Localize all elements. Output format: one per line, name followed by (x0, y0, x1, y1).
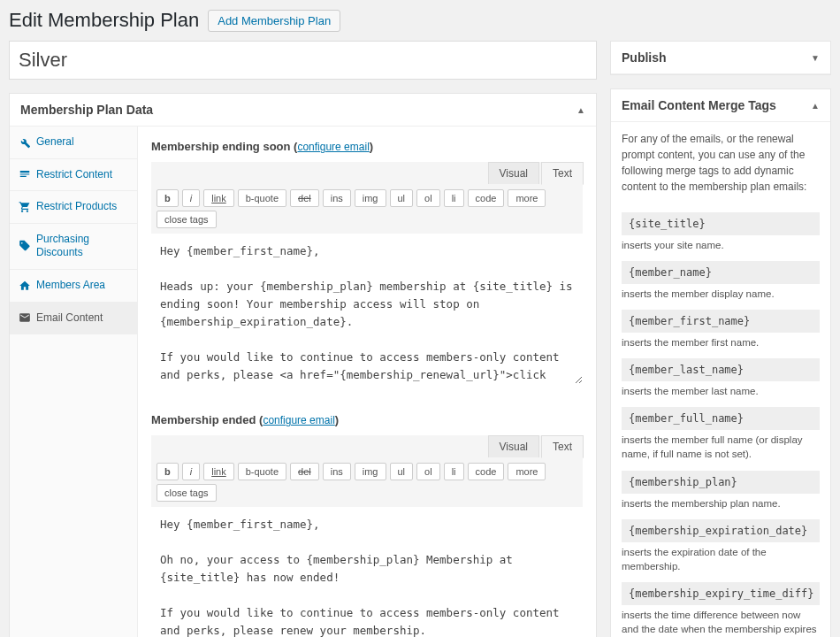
qt-ol[interactable]: ol (416, 189, 440, 207)
merge-tag: {member_name} (622, 261, 820, 284)
tab-members-area[interactable]: Members Area (10, 270, 137, 303)
section-heading: Membership ended (151, 413, 256, 426)
merge-tag: {membership_expiration_date} (622, 519, 820, 542)
qt-li[interactable]: li (444, 189, 464, 207)
add-membership-plan-button[interactable]: Add Membership Plan (208, 10, 340, 32)
quicktags-toolbar: b i link b-quote del ins img ul ol li co (151, 184, 583, 234)
tab-label: Purchasing Discounts (36, 233, 128, 260)
ending-soon-textarea[interactable] (151, 234, 583, 384)
qt-ol[interactable]: ol (416, 463, 440, 480)
qt-del[interactable]: del (290, 463, 319, 480)
email-icon (19, 311, 31, 324)
merge-intro-text: For any of the emails, or the renewal pr… (611, 122, 830, 203)
qt-ins[interactable]: ins (323, 189, 351, 207)
cart-icon (19, 201, 31, 213)
plan-title-input[interactable] (9, 41, 597, 80)
ended-section: Membership ended (configure email) Visua… (151, 413, 583, 637)
merge-tag: {member_first_name} (622, 310, 820, 333)
editor-visual-tab[interactable]: Visual (488, 162, 539, 184)
merge-tag: {membership_expiry_time_diff} (622, 582, 820, 605)
qt-img[interactable]: img (355, 463, 386, 480)
merge-tags-metabox: Email Content Merge Tags ▲ For any of th… (610, 88, 831, 637)
qt-code[interactable]: code (468, 463, 505, 480)
metabox-toggle[interactable]: ▲ (811, 101, 820, 111)
section-heading: Membership ending soon (151, 140, 290, 153)
qt-del[interactable]: del (290, 189, 319, 207)
tab-purchasing-discounts[interactable]: Purchasing Discounts (10, 224, 137, 270)
publish-heading: Publish (622, 50, 667, 65)
ended-textarea[interactable] (151, 507, 583, 637)
tab-email-content[interactable]: Email Content (10, 303, 137, 335)
qt-italic[interactable]: i (182, 463, 200, 480)
tag-icon (19, 240, 31, 252)
tab-label: Email Content (36, 311, 103, 326)
editor-text-tab[interactable]: Text (541, 162, 584, 185)
merge-tag-desc: inserts the member full name (or display… (622, 433, 820, 461)
plan-data-tabs: General Restrict Content Restrict Produc… (10, 127, 138, 637)
home-icon (19, 280, 31, 292)
merge-tag-desc: inserts the member first name. (622, 335, 820, 349)
configure-email-link[interactable]: configure email (263, 414, 334, 426)
merge-tag-desc: inserts the time difference between now … (622, 608, 820, 637)
qt-more[interactable]: more (508, 189, 546, 207)
merge-tag: {member_full_name} (622, 407, 820, 430)
quicktags-toolbar: b i link b-quote del ins img ul ol li co (151, 457, 583, 507)
merge-tags-heading: Email Content Merge Tags (622, 98, 776, 112)
tab-label: Members Area (36, 279, 105, 293)
tab-general[interactable]: General (10, 127, 137, 159)
tab-restrict-products[interactable]: Restrict Products (10, 191, 137, 224)
qt-li[interactable]: li (444, 463, 464, 480)
membership-plan-data-metabox: Membership Plan Data ▲ General Restrict … (9, 93, 597, 637)
merge-tag: {membership_plan} (622, 471, 820, 494)
configure-email-link[interactable]: configure email (297, 141, 369, 153)
qt-close-tags[interactable]: close tags (157, 211, 217, 228)
qt-bquote[interactable]: b-quote (238, 463, 286, 480)
qt-ins[interactable]: ins (323, 463, 351, 480)
qt-italic[interactable]: i (182, 189, 200, 207)
card-icon (19, 168, 31, 180)
qt-bold[interactable]: b (157, 189, 179, 207)
merge-tag: {member_last_name} (622, 358, 820, 381)
merge-tag: {site_title} (622, 212, 820, 235)
qt-link[interactable]: link (203, 189, 234, 207)
qt-bold[interactable]: b (157, 463, 179, 480)
metabox-toggle[interactable]: ▲ (577, 105, 585, 115)
tab-label: Restrict Content (36, 168, 112, 182)
tab-restrict-content[interactable]: Restrict Content (10, 159, 137, 192)
publish-metabox: Publish ▼ (610, 41, 831, 75)
page-title: Edit Membership Plan (9, 9, 199, 32)
qt-bquote[interactable]: b-quote (238, 189, 286, 207)
editor-text-tab[interactable]: Text (541, 435, 584, 458)
merge-tag-desc: inserts the membership plan name. (622, 496, 820, 510)
qt-img[interactable]: img (355, 189, 386, 207)
qt-code[interactable]: code (468, 189, 505, 207)
metabox-toggle[interactable]: ▼ (811, 53, 820, 63)
qt-link[interactable]: link (203, 463, 234, 480)
merge-tag-desc: inserts the expiration date of the membe… (622, 545, 820, 573)
merge-tag-desc: inserts the member display name. (622, 287, 820, 301)
qt-more[interactable]: more (508, 463, 546, 480)
qt-close-tags[interactable]: close tags (157, 484, 217, 502)
qt-ul[interactable]: ul (390, 189, 414, 207)
merge-tag-desc: inserts your site name. (622, 238, 820, 252)
tab-label: Restrict Products (36, 200, 117, 214)
qt-ul[interactable]: ul (390, 463, 414, 480)
metabox-heading: Membership Plan Data (20, 103, 153, 117)
tab-label: General (36, 135, 74, 150)
editor-visual-tab[interactable]: Visual (488, 435, 539, 457)
wrench-icon (19, 136, 31, 149)
merge-tag-desc: inserts the member last name. (622, 384, 820, 398)
ending-soon-section: Membership ending soon (configure email)… (151, 140, 583, 387)
